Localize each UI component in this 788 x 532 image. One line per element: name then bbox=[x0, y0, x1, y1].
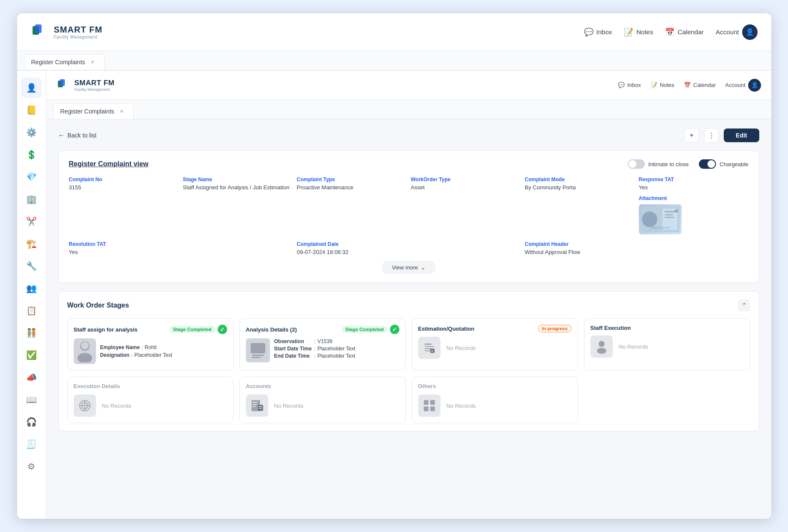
add-button[interactable]: + bbox=[684, 128, 699, 143]
outer-calendar-nav[interactable]: 📅 Calendar bbox=[665, 27, 704, 37]
svg-rect-7 bbox=[665, 211, 675, 212]
sidebar-item-gear2[interactable]: ⚙ bbox=[21, 456, 42, 477]
designation-label: Designation bbox=[100, 352, 130, 358]
outer-account-nav[interactable]: Account 👤 bbox=[716, 24, 757, 40]
staff-execution-no-records-text: No Records bbox=[619, 344, 648, 350]
complaint-header-value: Without Approval Flow bbox=[525, 249, 749, 255]
staff-assign-badge: Stage Completed bbox=[170, 326, 215, 333]
scissors-icon: ✂️ bbox=[26, 216, 37, 227]
collapse-button[interactable]: ⌃ bbox=[738, 299, 750, 311]
outer-account-label: Account bbox=[716, 28, 739, 36]
outer-tabbar: Register Complaints ✕ bbox=[17, 51, 771, 71]
analysis-content: Observation : V1539 Start Date Time : Pl… bbox=[246, 338, 399, 362]
stage-box-analysis: Analysis Details (2) Stage Completed ✓ bbox=[240, 318, 406, 371]
stage-box-header-analysis: Analysis Details (2) Stage Completed ✓ bbox=[246, 325, 399, 334]
view-more-button[interactable]: View more ⌄ bbox=[382, 261, 435, 274]
stages-grid-bottom: Execution Details bbox=[67, 377, 750, 423]
toolbar-right: + ⋮ Edit bbox=[684, 128, 759, 143]
others-no-records: No Records bbox=[418, 395, 572, 417]
others-icon bbox=[418, 395, 440, 417]
chargeable-toggle[interactable] bbox=[699, 159, 716, 169]
tools-icon: 🔧 bbox=[26, 261, 37, 271]
attachment-thumbnail[interactable]: Attachments ⚙ bbox=[639, 204, 682, 234]
staff-execution-icon bbox=[590, 335, 613, 358]
sidebar-item-tools[interactable]: 🔧 bbox=[21, 256, 42, 276]
end-date-label: End Date Time bbox=[274, 353, 313, 359]
inner-account-avatar[interactable]: 👤 bbox=[748, 79, 761, 92]
sidebar-item-person[interactable]: 👤 bbox=[21, 78, 42, 98]
sidebar-item-scissors[interactable]: ✂️ bbox=[21, 211, 42, 232]
chevron-down-icon: ⌄ bbox=[421, 264, 425, 271]
estimation-badge: In progress bbox=[538, 325, 572, 332]
inner-inbox-label: Inbox bbox=[627, 82, 641, 88]
inner-notes-nav[interactable]: 📝 Notes bbox=[650, 82, 674, 88]
inner-tabbar: Register Complaints ✕ bbox=[46, 100, 771, 120]
outer-inbox-nav[interactable]: 💬 Inbox bbox=[584, 27, 612, 37]
stage-box-header-estimation: Estimation/Quotation In progress bbox=[418, 325, 572, 332]
sidebar-item-gear[interactable]: ⚙️ bbox=[21, 122, 42, 143]
inner-calendar-nav[interactable]: 📅 Calendar bbox=[684, 82, 716, 88]
main-wrapper: 👤 📒 ⚙️ 💲 💎 🏢 ✂️ 🏗️ bbox=[17, 71, 771, 519]
field-complaint-mode: Complaint Mode By Community Porta bbox=[525, 176, 635, 234]
intimate-toggle-knob bbox=[629, 160, 636, 168]
empty-cell bbox=[584, 377, 750, 423]
sidebar-item-dollar[interactable]: 💲 bbox=[21, 144, 42, 165]
stage-box-accounts: Accounts bbox=[240, 377, 406, 423]
others-title: Others bbox=[418, 383, 572, 389]
field-complained-date: Complained Date 09-07-2024 18:06:32 bbox=[297, 241, 521, 255]
start-date-colon: : bbox=[315, 346, 316, 352]
outer-notes-nav[interactable]: 📝 Notes bbox=[624, 27, 653, 37]
sidebar-item-building[interactable]: 🏢 bbox=[21, 189, 42, 209]
employee-name-row: Employee Name : Rohit bbox=[100, 344, 173, 350]
back-to-list-button[interactable]: ← Back to list bbox=[58, 132, 97, 139]
svg-text:⚙: ⚙ bbox=[674, 209, 678, 213]
clipboard-icon: 📋 bbox=[26, 305, 37, 316]
employee-name-colon: : bbox=[141, 344, 143, 350]
complaint-card-title[interactable]: Register Complaint view bbox=[69, 160, 149, 168]
others-svg bbox=[422, 398, 437, 413]
sidebar-item-users[interactable]: 👥 bbox=[21, 278, 42, 299]
attachment-image: Attachments ⚙ bbox=[641, 206, 680, 232]
outer-register-complaints-tab[interactable]: Register Complaints ✕ bbox=[24, 54, 105, 70]
svg-rect-1 bbox=[35, 24, 42, 33]
sidebar-item-building2[interactable]: 🏗️ bbox=[21, 233, 42, 254]
stage-box-header-staff-execution: Staff Execution bbox=[590, 325, 744, 331]
outer-logo: SMART FM Facility Management bbox=[31, 23, 103, 42]
sidebar-item-headset[interactable]: 🎧 bbox=[21, 412, 42, 432]
sidebar-item-book[interactable]: 📖 bbox=[21, 389, 42, 410]
designation-value: Placeholder Text bbox=[135, 352, 173, 358]
sidebar-item-clipboard[interactable]: 📋 bbox=[21, 300, 42, 321]
sidebar-item-checklist[interactable]: ✅ bbox=[21, 345, 42, 365]
employee-name-label: Employee Name bbox=[100, 344, 140, 350]
sidebar-item-ledger[interactable]: 📒 bbox=[21, 100, 42, 120]
staff-assign-check-icon: ✓ bbox=[218, 325, 227, 334]
outer-account-avatar[interactable]: 👤 bbox=[742, 24, 758, 40]
outer-logo-sub: Facility Management bbox=[54, 35, 103, 39]
analysis-badge: Stage Completed bbox=[342, 326, 387, 333]
response-tat-label: Response TAT bbox=[639, 176, 749, 182]
field-stage-name: Stage Name Staff Assigned for Analysis /… bbox=[183, 176, 293, 234]
users-icon: 👥 bbox=[26, 283, 37, 293]
sidebar-item-receipt[interactable]: 🧾 bbox=[21, 434, 42, 454]
inner-account-nav[interactable]: Account 👤 bbox=[725, 79, 761, 92]
svg-rect-21 bbox=[425, 346, 434, 347]
edit-button[interactable]: Edit bbox=[724, 129, 759, 142]
inner-calendar-label: Calendar bbox=[693, 82, 716, 88]
analysis-thumb bbox=[246, 338, 270, 362]
inner-register-complaints-tab[interactable]: Register Complaints ✕ bbox=[53, 103, 134, 119]
inner-inbox-icon: 💬 bbox=[618, 82, 625, 88]
inner-inbox-nav[interactable]: 💬 Inbox bbox=[618, 82, 641, 88]
analysis-image bbox=[249, 341, 267, 360]
sidebar-item-diamond[interactable]: 💎 bbox=[21, 167, 42, 187]
more-options-button[interactable]: ⋮ bbox=[704, 128, 719, 143]
intimate-toggle[interactable] bbox=[628, 159, 645, 169]
outer-calendar-label: Calendar bbox=[677, 28, 704, 36]
inner-tab-close-icon[interactable]: ✕ bbox=[120, 108, 124, 114]
sidebar-item-users2[interactable]: 🧑‍🤝‍🧑 bbox=[21, 323, 42, 343]
accounts-no-records: No Records bbox=[246, 395, 399, 417]
outer-tab-close-icon[interactable]: ✕ bbox=[90, 59, 95, 65]
svg-rect-16 bbox=[251, 343, 265, 353]
svg-rect-8 bbox=[665, 214, 673, 215]
sidebar-item-speaker[interactable]: 📣 bbox=[21, 367, 42, 388]
inner-calendar-icon: 📅 bbox=[684, 82, 691, 88]
